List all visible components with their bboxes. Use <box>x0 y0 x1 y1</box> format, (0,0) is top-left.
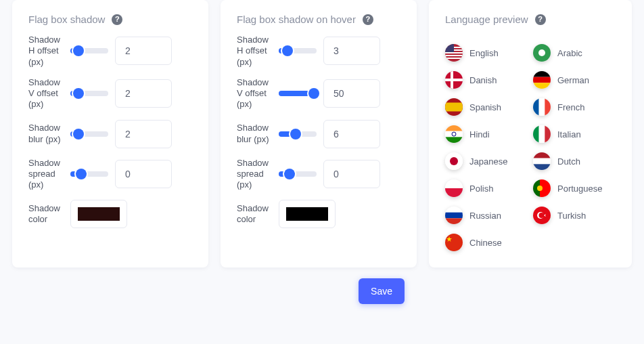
svg-rect-37 <box>445 207 463 213</box>
label-shadow-hover-blur: Shadow blur (px) <box>237 123 272 145</box>
input-shadow-h-offset[interactable] <box>115 37 172 65</box>
svg-point-8 <box>538 49 545 56</box>
help-icon[interactable]: ? <box>363 14 373 25</box>
language-item-tr[interactable]: Turkish <box>533 207 616 224</box>
flag-icon-fr <box>533 98 551 116</box>
language-item-us[interactable]: English <box>445 44 528 62</box>
language-label: Portuguese <box>557 184 603 194</box>
language-item-ru[interactable]: Russian <box>445 207 528 224</box>
flag-icon-tr <box>533 207 551 224</box>
language-item-de[interactable]: German <box>533 71 616 89</box>
color-picker-shadow[interactable] <box>70 200 127 228</box>
input-shadow-spread[interactable] <box>115 160 172 188</box>
label-shadow-v-offset: Shadow V offset (px) <box>28 77 64 110</box>
slider-shadow-hover-blur[interactable] <box>279 131 317 137</box>
save-button[interactable]: Save <box>359 278 405 304</box>
flag-icon-dk <box>445 71 463 89</box>
help-icon[interactable]: ? <box>535 14 546 25</box>
language-label: Spanish <box>469 102 501 112</box>
label-shadow-hover-color: Shadow color <box>237 203 272 225</box>
svg-rect-22 <box>445 137 463 143</box>
card-language-preview: Language preview ? EnglishArabicDanishGe… <box>429 0 632 267</box>
language-item-dk[interactable]: Danish <box>445 71 528 89</box>
language-label: German <box>557 75 589 85</box>
svg-rect-20 <box>445 125 463 131</box>
row-shadow-blur: Shadow blur (px) <box>28 120 192 148</box>
row-shadow-hover-v-offset: Shadow V offset (px) <box>237 77 400 110</box>
language-label: Hindi <box>469 129 490 139</box>
language-label: Polish <box>469 184 493 194</box>
row-shadow-v-offset: Shadow V offset (px) <box>28 77 192 110</box>
input-shadow-hover-spread[interactable] <box>323 160 380 188</box>
language-item-fr[interactable]: French <box>533 98 616 116</box>
card-title-shadow: Flag box shadow ? <box>28 14 192 25</box>
slider-shadow-hover-v-offset[interactable] <box>279 91 317 96</box>
svg-rect-19 <box>545 98 551 116</box>
language-item-cn[interactable]: Chinese <box>445 234 528 251</box>
slider-shadow-hover-h-offset[interactable] <box>279 48 317 53</box>
language-item-ar[interactable]: Arabic <box>533 44 616 62</box>
svg-rect-44 <box>445 234 463 251</box>
slider-shadow-h-offset[interactable] <box>70 48 108 53</box>
help-icon[interactable]: ? <box>112 14 122 25</box>
card-title-shadow-hover: Flag box shadow on hover ? <box>237 14 400 25</box>
color-swatch-shadow <box>78 207 120 221</box>
language-label: Arabic <box>557 48 582 58</box>
card-flag-shadow: Flag box shadow ? Shadow H offset (px) S… <box>12 0 208 267</box>
svg-rect-5 <box>445 58 463 59</box>
flag-icon-pt <box>533 179 551 197</box>
language-item-it[interactable]: Italian <box>533 125 616 143</box>
card-title-language-preview: Language preview ? <box>445 14 616 25</box>
flag-icon-ru <box>445 207 463 224</box>
svg-rect-30 <box>533 158 551 165</box>
svg-rect-26 <box>545 125 551 143</box>
input-shadow-v-offset[interactable] <box>115 79 172 108</box>
svg-rect-31 <box>533 164 551 170</box>
svg-rect-39 <box>445 218 463 224</box>
svg-rect-11 <box>445 79 463 81</box>
slider-shadow-v-offset[interactable] <box>70 91 108 96</box>
flag-icon-cn <box>445 234 463 251</box>
language-item-es[interactable]: Spanish <box>445 98 528 116</box>
flag-icon-pl <box>445 179 463 197</box>
slider-shadow-blur[interactable] <box>70 131 108 137</box>
svg-rect-17 <box>533 98 539 116</box>
slider-shadow-spread[interactable] <box>70 171 108 177</box>
language-label: Japanese <box>469 156 507 167</box>
language-item-in[interactable]: Hindi <box>445 125 528 143</box>
slider-shadow-hover-spread[interactable] <box>279 171 317 177</box>
input-shadow-hover-v-offset[interactable] <box>323 79 380 108</box>
card-title-shadow-hover-label: Flag box shadow on hover <box>237 14 356 25</box>
svg-point-42 <box>539 213 545 218</box>
label-shadow-spread: Shadow spread (px) <box>28 158 64 191</box>
language-item-jp[interactable]: Japanese <box>445 152 528 170</box>
language-item-pt[interactable]: Portuguese <box>533 179 616 197</box>
svg-rect-32 <box>445 179 463 188</box>
input-shadow-hover-blur[interactable] <box>323 120 380 148</box>
color-picker-shadow-hover[interactable] <box>279 200 336 228</box>
label-shadow-hover-v-offset: Shadow V offset (px) <box>237 77 272 110</box>
language-grid: EnglishArabicDanishGermanSpanishFrenchHi… <box>445 44 616 251</box>
card-title-shadow-label: Flag box shadow <box>28 14 105 25</box>
language-label: French <box>557 102 584 112</box>
language-item-nl[interactable]: Dutch <box>533 152 616 170</box>
flag-icon-de <box>533 71 551 89</box>
label-shadow-color: Shadow color <box>28 203 64 225</box>
flag-icon-es <box>445 98 463 116</box>
svg-rect-18 <box>539 98 545 116</box>
language-label: English <box>469 48 499 58</box>
language-item-pl[interactable]: Polish <box>445 179 528 197</box>
input-shadow-blur[interactable] <box>115 120 172 148</box>
language-label: Italian <box>557 129 581 139</box>
flag-icon-us <box>445 44 463 62</box>
label-shadow-blur: Shadow blur (px) <box>28 123 64 145</box>
svg-rect-13 <box>533 77 551 83</box>
flag-icon-it <box>533 125 551 143</box>
input-shadow-hover-h-offset[interactable] <box>323 37 380 65</box>
svg-rect-6 <box>445 44 454 52</box>
label-shadow-hover-spread: Shadow spread (px) <box>237 158 272 191</box>
flag-icon-in <box>445 125 463 143</box>
row-shadow-hover-h-offset: Shadow H offset (px) <box>237 35 400 68</box>
language-label: Danish <box>469 75 497 85</box>
row-shadow-hover-blur: Shadow blur (px) <box>237 120 400 148</box>
